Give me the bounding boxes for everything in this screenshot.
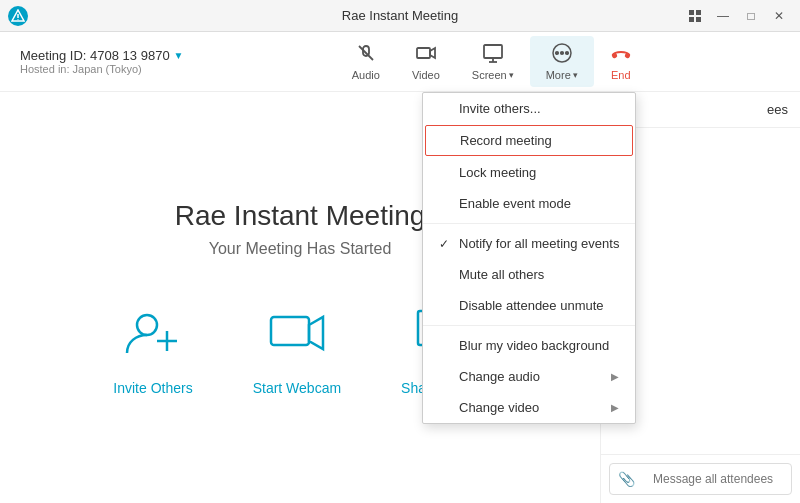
menu-item-arrow-audio: ▶	[611, 371, 619, 382]
chat-input-container: 📎 🙂 ▾	[609, 463, 792, 495]
app-title: Rae Instant Meeting	[342, 8, 458, 23]
start-webcam-button[interactable]: Start Webcam	[253, 298, 341, 396]
title-bar: Rae Instant Meeting — □ ✕	[0, 0, 800, 32]
svg-rect-3	[689, 10, 694, 15]
menu-item-label-lock: Lock meeting	[459, 165, 619, 180]
screen-button[interactable]: Screen ▾	[456, 36, 530, 87]
chat-input[interactable]	[643, 464, 800, 494]
menu-item-check-notify: ✓	[439, 237, 453, 251]
more-icon	[551, 42, 573, 67]
webcam-label: Start Webcam	[253, 380, 341, 396]
invite-label: Invite Others	[113, 380, 192, 396]
end-button[interactable]: End	[594, 36, 648, 87]
menu-separator-4	[423, 223, 635, 224]
video-label: Video	[412, 69, 440, 81]
toolbar: Meeting ID: 4708 13 9870 ▼ Hosted in: Ja…	[0, 32, 800, 92]
svg-marker-23	[309, 317, 323, 349]
screen-icon	[482, 42, 504, 67]
video-button[interactable]: Video	[396, 36, 456, 87]
menu-item-invite[interactable]: Invite others...	[423, 93, 635, 124]
screen-dropdown-icon: ▾	[509, 70, 514, 80]
svg-point-13	[556, 52, 558, 54]
svg-rect-4	[696, 10, 701, 15]
grid-button[interactable]	[682, 3, 708, 29]
menu-item-label-record: Record meeting	[460, 133, 618, 148]
svg-point-2	[17, 18, 18, 19]
screen-label: Screen	[472, 69, 507, 81]
menu-item-label-invite: Invite others...	[459, 101, 619, 116]
menu-item-mute[interactable]: Mute all others	[423, 259, 635, 290]
meeting-id: Meeting ID: 4708 13 9870 ▼	[20, 48, 184, 63]
menu-separator-7	[423, 325, 635, 326]
menu-item-label-event: Enable event mode	[459, 196, 619, 211]
maximize-button[interactable]: □	[738, 3, 764, 29]
menu-item-label-video: Change video	[459, 400, 605, 415]
meeting-info: Meeting ID: 4708 13 9870 ▼ Hosted in: Ja…	[10, 48, 194, 75]
svg-point-19	[137, 315, 157, 335]
close-button[interactable]: ✕	[766, 3, 792, 29]
app-logo	[8, 6, 28, 26]
chat-area: 📎 🙂 ▾	[601, 454, 800, 503]
menu-item-audio[interactable]: Change audio▶	[423, 361, 635, 392]
window-controls: — □ ✕	[682, 3, 792, 29]
webcam-icon	[262, 298, 332, 368]
menu-item-notify[interactable]: ✓Notify for all meeting events	[423, 228, 635, 259]
meeting-dropdown-arrow[interactable]: ▼	[174, 50, 184, 61]
svg-rect-5	[689, 17, 694, 22]
svg-rect-22	[271, 317, 309, 345]
more-dropdown-menu: Invite others...Record meetingLock meeti…	[422, 92, 636, 424]
invite-others-button[interactable]: Invite Others	[113, 298, 192, 396]
video-icon	[415, 42, 437, 67]
svg-line-7	[359, 46, 373, 60]
meeting-area-subtitle: Your Meeting Has Started	[209, 240, 392, 258]
menu-item-label-blur: Blur my video background	[459, 338, 619, 353]
meeting-area-title: Rae Instant Meeting	[175, 200, 426, 232]
svg-rect-8	[417, 48, 430, 58]
menu-item-video[interactable]: Change video▶	[423, 392, 635, 423]
svg-point-14	[561, 52, 563, 54]
menu-item-event[interactable]: Enable event mode	[423, 188, 635, 219]
menu-item-blur[interactable]: Blur my video background	[423, 330, 635, 361]
end-icon	[610, 42, 632, 67]
audio-icon	[355, 42, 377, 67]
more-dropdown-icon: ▾	[573, 70, 578, 80]
attendees-label: ees	[767, 102, 788, 117]
menu-item-label-disable: Disable attendee unmute	[459, 298, 619, 313]
title-bar-left	[8, 6, 28, 26]
meeting-hosted: Hosted in: Japan (Tokyo)	[20, 63, 184, 75]
main-content: Rae Instant Meeting Your Meeting Has Sta…	[0, 92, 800, 503]
menu-item-lock[interactable]: Lock meeting	[423, 157, 635, 188]
attachment-icon[interactable]: 📎	[610, 471, 643, 487]
end-label: End	[611, 69, 631, 81]
invite-icon	[118, 298, 188, 368]
toolbar-actions: Audio Video Screen ▾	[194, 36, 790, 87]
audio-button[interactable]: Audio	[336, 36, 396, 87]
menu-item-label-mute: Mute all others	[459, 267, 619, 282]
more-label: More	[546, 69, 571, 81]
svg-rect-10	[484, 45, 502, 58]
more-button[interactable]: More ▾	[530, 36, 594, 87]
menu-item-disable[interactable]: Disable attendee unmute	[423, 290, 635, 321]
svg-point-15	[566, 52, 568, 54]
menu-item-label-notify: Notify for all meeting events	[459, 236, 619, 251]
menu-item-label-audio: Change audio	[459, 369, 605, 384]
minimize-button[interactable]: —	[710, 3, 736, 29]
menu-item-record[interactable]: Record meeting	[425, 125, 633, 156]
menu-item-arrow-video: ▶	[611, 402, 619, 413]
svg-rect-6	[696, 17, 701, 22]
audio-label: Audio	[352, 69, 380, 81]
